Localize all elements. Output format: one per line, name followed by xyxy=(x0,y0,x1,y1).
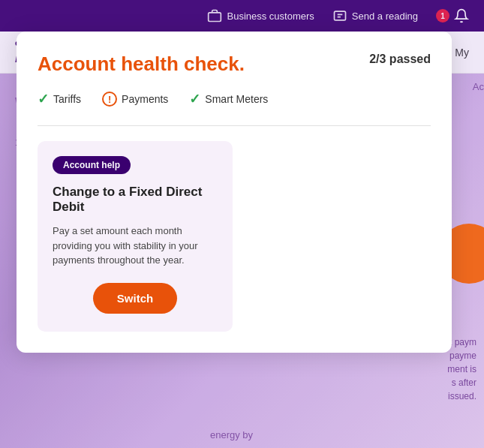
check-green-icon: ✓ xyxy=(38,91,49,107)
inner-card-description: Pay a set amount each month providing yo… xyxy=(53,224,218,268)
account-help-badge: Account help xyxy=(53,156,131,174)
modal-header: Account health check. 2/3 passed xyxy=(38,53,431,76)
inner-card-title: Change to a Fixed Direct Debit xyxy=(53,185,218,215)
check-payments: ! Payments xyxy=(102,92,168,107)
switch-button[interactable]: Switch xyxy=(93,283,177,314)
check-tariffs-label: Tariffs xyxy=(53,93,81,105)
check-smart-meters-label: Smart Meters xyxy=(205,93,268,105)
check-items-row: ✓ Tariffs ! Payments ✓ Smart Meters xyxy=(38,91,431,107)
modal-card: Account health check. 2/3 passed ✓ Tarif… xyxy=(17,32,452,353)
check-payments-label: Payments xyxy=(122,93,168,105)
check-smart-meters: ✓ Smart Meters xyxy=(189,91,268,107)
passed-badge: 2/3 passed xyxy=(369,53,431,66)
modal-title: Account health check. xyxy=(38,53,245,76)
divider xyxy=(38,125,431,126)
warning-icon: ! xyxy=(102,92,117,107)
check-green-icon-2: ✓ xyxy=(189,91,200,107)
inner-card: Account help Change to a Fixed Direct De… xyxy=(38,141,233,332)
check-tariffs: ✓ Tariffs xyxy=(38,91,81,107)
